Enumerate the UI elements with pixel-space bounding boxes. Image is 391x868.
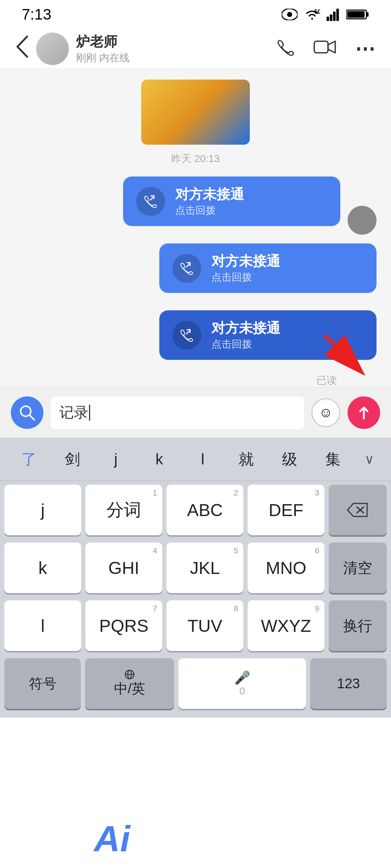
candidate-item-4[interactable]: l — [181, 447, 224, 472]
key-jkl[interactable]: 5 JKL — [167, 542, 243, 593]
more-button[interactable]: ⋯ — [355, 37, 377, 60]
contact-status: 刚刚 内在线 — [76, 51, 130, 65]
svg-rect-8 — [366, 12, 369, 17]
key-l-left[interactable]: l — [4, 600, 81, 651]
key-jkl-label: JKL — [190, 558, 220, 578]
candidate-item-3[interactable]: k — [138, 447, 181, 472]
key-l-left-label: l — [41, 616, 45, 636]
call-icon-3 — [172, 321, 201, 350]
svg-rect-4 — [330, 14, 332, 21]
chat-timestamp: 昨天 20:13 — [14, 152, 377, 166]
key-pqrs[interactable]: 7 PQRS — [85, 600, 162, 651]
key-delete[interactable] — [329, 485, 387, 535]
keyboard: j 1 分词 2 ABC 3 DEF k 4 GHI — [0, 481, 391, 718]
key-fenci[interactable]: 1 分词 — [85, 485, 162, 535]
svg-rect-6 — [336, 9, 339, 21]
key-6-num: 6 — [315, 546, 319, 556]
key-k-left-label: k — [38, 558, 47, 578]
missed-call-bubble-1[interactable]: 对方未接通 点击回拨 — [123, 176, 340, 226]
status-time: 7:13 — [22, 6, 51, 23]
key-enter[interactable]: 换行 — [329, 600, 387, 651]
globe-icon — [123, 669, 136, 680]
key-j-left[interactable]: j — [4, 485, 81, 535]
key-clear[interactable]: 清空 — [329, 542, 387, 593]
call-text-2: 对方未接通 点击回拨 — [211, 252, 280, 284]
key-5-num: 5 — [234, 546, 238, 556]
candidate-collapse[interactable]: ∨ — [355, 452, 384, 467]
svg-line-23 — [29, 415, 34, 420]
call-text-1: 对方未接通 点击回拨 — [175, 185, 244, 217]
key-symbol-label: 符号 — [29, 675, 56, 693]
key-j-left-label: j — [41, 500, 45, 520]
keyboard-row-2: k 4 GHI 5 JKL 6 MNO 清空 — [0, 539, 391, 597]
key-wxyz-label: WXYZ — [261, 616, 311, 636]
key-wxyz[interactable]: 9 WXYZ — [248, 600, 324, 651]
key-clear-label: 清空 — [343, 558, 372, 578]
key-mno[interactable]: 6 MNO — [248, 542, 324, 593]
contact-info: 炉老师 刚刚 内在线 — [36, 33, 276, 65]
candidate-item-6[interactable]: 级 — [268, 446, 311, 473]
emoji-button[interactable]: ☺ — [311, 398, 340, 427]
key-ghi[interactable]: 4 GHI — [85, 542, 162, 593]
svg-rect-3 — [327, 17, 329, 21]
key-space-content: 🎤 0 — [234, 670, 251, 697]
key-fenci-label: 分词 — [106, 498, 141, 522]
signal-icon — [327, 8, 340, 21]
key-tuv[interactable]: 8 TUV — [167, 600, 243, 651]
text-input-area[interactable]: 记录 — [51, 396, 304, 429]
search-icon-btn[interactable] — [11, 396, 43, 429]
call-text-3: 对方未接通 点击回拨 — [211, 319, 280, 351]
svg-text:5G: 5G — [314, 9, 320, 15]
keyboard-row-1: j 1 分词 2 ABC 3 DEF — [0, 481, 391, 539]
message-row-1: 对方未接通 点击回拨 — [14, 176, 377, 235]
send-button[interactable] — [348, 396, 380, 429]
top-nav: 炉老师 刚刚 内在线 ⋯ — [0, 29, 391, 69]
nav-actions: ⋯ — [276, 37, 377, 60]
user-avatar — [348, 206, 377, 235]
ai-label: Ai — [94, 818, 130, 860]
call-subtitle-3: 点击回拨 — [211, 337, 280, 351]
key-8-num: 8 — [234, 604, 238, 613]
key-lang-label: 中/英 — [114, 680, 146, 698]
key-mno-label: MNO — [266, 558, 306, 578]
battery-icon — [346, 9, 369, 20]
keyboard-row-3: l 7 PQRS 8 TUV 9 WXYZ 换行 — [0, 597, 391, 655]
candidate-item-1[interactable]: 剑 — [51, 446, 94, 473]
emoji-icon: ☺ — [319, 405, 333, 420]
candidate-item-5[interactable]: 就 — [224, 446, 268, 473]
key-3-num: 3 — [315, 488, 319, 498]
key-symbol[interactable]: 符号 — [4, 658, 81, 709]
key-def[interactable]: 3 DEF — [248, 485, 324, 535]
key-space-num: 0 — [239, 685, 245, 697]
missed-call-bubble-2[interactable]: 对方未接通 点击回拨 — [159, 243, 377, 293]
key-abc[interactable]: 2 ABC — [167, 485, 243, 535]
avatar — [36, 33, 69, 65]
status-bar: 7:13 5G — [0, 0, 391, 29]
key-enter-label: 换行 — [343, 616, 372, 636]
phone-button[interactable] — [276, 37, 295, 60]
key-def-label: DEF — [269, 500, 303, 520]
key-k-left[interactable]: k — [4, 542, 81, 593]
key-2-num: 2 — [234, 488, 238, 498]
red-arrow — [319, 329, 369, 380]
chat-area: 昨天 20:13 对方未接通 点击回拨 — [0, 69, 391, 387]
input-bar: 记录 ☺ — [0, 387, 391, 438]
key-space[interactable]: 🎤 0 — [178, 658, 306, 709]
input-text: 记录 — [59, 403, 88, 422]
video-button[interactable] — [314, 39, 337, 59]
call-subtitle-1: 点击回拨 — [175, 204, 244, 217]
key-lang[interactable]: 中/英 — [85, 658, 174, 709]
call-title-1: 对方未接通 — [175, 185, 244, 204]
message-row-2: 对方未接通 点击回拨 — [14, 243, 377, 302]
candidate-item-0[interactable]: 了 — [7, 446, 51, 473]
svg-rect-10 — [314, 41, 328, 53]
back-button[interactable] — [14, 35, 36, 63]
svg-line-11 — [150, 196, 154, 200]
key-123[interactable]: 123 — [310, 658, 387, 709]
svg-line-14 — [186, 263, 190, 267]
input-cursor — [89, 405, 90, 421]
key-4-num: 4 — [153, 546, 157, 556]
status-icons: 5G — [282, 8, 369, 21]
candidate-item-2[interactable]: j — [94, 447, 138, 472]
candidate-item-7[interactable]: 集 — [311, 446, 355, 473]
